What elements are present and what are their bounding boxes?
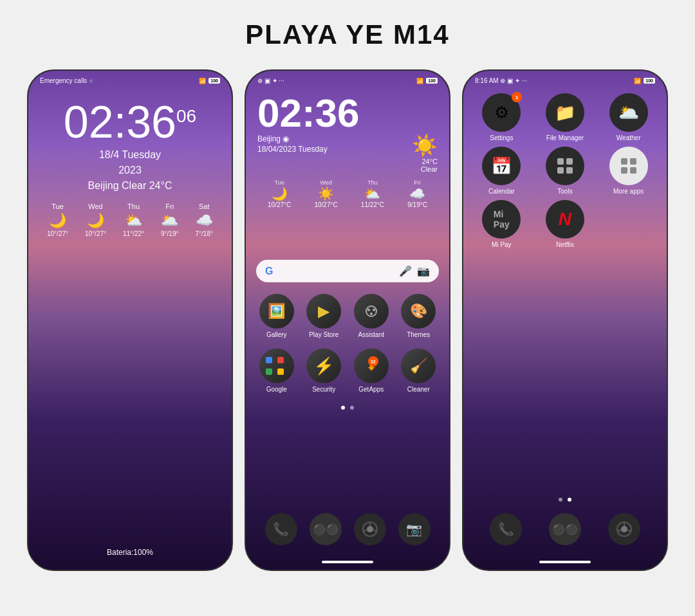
lens-icon[interactable]: 📷 <box>417 265 430 277</box>
app-grid-row1: 🖼️ Gallery ▶ Play Store Assistant 🎨 Them… <box>246 289 449 343</box>
lock-weather: Tue 🌙 10°/27° Wed 🌙 10°/27° Thu ⛅ 11°/22… <box>28 194 232 237</box>
battery-1: 100 <box>208 78 220 84</box>
svg-rect-12 <box>566 167 573 174</box>
svg-rect-13 <box>621 158 627 165</box>
app-cleaner[interactable]: 🧹 Cleaner <box>397 349 441 393</box>
nav-bar-2 <box>322 561 373 563</box>
dock-chrome[interactable] <box>354 513 386 545</box>
camera-dock-icon[interactable]: 📷 <box>398 513 431 545</box>
google-label: Google <box>266 386 287 393</box>
drawer-grid: ⚙ 1 Settings 📁 File Manager 🌥️ Weather 📅… <box>463 87 667 255</box>
security-icon[interactable]: ⚡ <box>306 349 341 383</box>
phones-container: Emergency calls ○ 📶 100 02:3606 18/4 Tue… <box>13 69 682 571</box>
forecast-1: Tue 🌙 10/27°C <box>268 179 291 208</box>
gallery-icon[interactable]: 🖼️ <box>259 294 294 329</box>
phone-dock-3-icon[interactable]: 📞 <box>490 513 522 545</box>
home-weather-right: ☀️ 24°C Clear <box>412 133 438 173</box>
mipay-label: Mi Pay <box>492 241 512 248</box>
mipay-icon[interactable]: MiPay <box>482 200 521 239</box>
calendar-icon[interactable]: 📅 <box>482 147 521 185</box>
chrome-dock-3-icon[interactable] <box>608 513 640 545</box>
filemanager-icon[interactable]: 📁 <box>546 93 584 132</box>
dot-2 <box>350 406 354 410</box>
home-clock-sub: Beijing ◉ 18/04/2023 Tuesday ☀️ 24°C Cle… <box>246 133 449 173</box>
weather-icon[interactable]: 🌥️ <box>609 93 648 132</box>
tools-icon[interactable] <box>546 147 584 185</box>
drawer-tools[interactable]: Tools <box>536 147 595 195</box>
phone-lockscreen: Emergency calls ○ 📶 100 02:3606 18/4 Tue… <box>27 69 233 571</box>
app-getapps[interactable]: ⬇ 32 GetApps <box>349 349 393 393</box>
weather-day-5: Sat ☁️ 7°/18° <box>195 203 212 237</box>
cleaner-icon[interactable]: 🧹 <box>401 349 436 383</box>
assistant-icon[interactable] <box>354 294 389 329</box>
voicemail-dock-3-icon[interactable]: ⚫⚫ <box>549 513 581 545</box>
svg-point-18 <box>621 526 627 532</box>
status-bar-3: 8:16 AM ⊕ ▣ ✦ ··· 📶 100 <box>463 71 667 87</box>
home-clock: 02:36 <box>246 87 449 133</box>
status-left-3: 8:16 AM ⊕ ▣ ✦ ··· <box>475 77 527 84</box>
page-dots-2 <box>246 398 449 415</box>
forecast-3: Thu ⛅ 11/22°C <box>361 179 384 208</box>
security-label: Security <box>312 386 335 393</box>
page-title: PLAYA YE M14 <box>245 19 449 50</box>
search-bar[interactable]: G 🎤 📷 <box>256 260 439 282</box>
weather-label: Weather <box>616 134 641 141</box>
dot-1 <box>341 406 345 410</box>
dock-3-chrome[interactable] <box>608 513 640 545</box>
drawer-mipay[interactable]: MiPay Mi Pay <box>472 200 531 248</box>
svg-rect-14 <box>630 158 636 165</box>
dock-voicemail[interactable]: ⚫⚫ <box>310 513 342 545</box>
svg-rect-9 <box>557 158 564 165</box>
status-left-1: Emergency calls ○ <box>40 77 93 84</box>
drawer-settings[interactable]: ⚙ 1 Settings <box>472 93 531 141</box>
netflix-icon[interactable]: N <box>546 200 584 239</box>
mic-icon[interactable]: 🎤 <box>399 265 412 277</box>
cleaner-label: Cleaner <box>407 386 430 393</box>
svg-rect-10 <box>566 158 573 165</box>
status-bar-1: Emergency calls ○ 📶 100 <box>28 71 232 87</box>
dock-phone[interactable]: 📞 <box>265 513 297 545</box>
themes-icon[interactable]: 🎨 <box>401 294 436 329</box>
dock-3-voicemail[interactable]: ⚫⚫ <box>549 513 581 545</box>
drawer-netflix[interactable]: N Netflix <box>536 200 595 248</box>
battery-status: Bateria:100% <box>28 548 232 557</box>
svg-rect-11 <box>557 167 564 174</box>
home-location: Beijing ◉ <box>257 134 328 143</box>
signal-icon-3: 📶 <box>634 78 641 84</box>
getapps-icon[interactable]: ⬇ 32 <box>354 349 389 383</box>
dock-camera[interactable]: 📷 <box>398 513 431 545</box>
phone-dock-icon[interactable]: 📞 <box>265 513 297 545</box>
phone-appdrawer: 8:16 AM ⊕ ▣ ✦ ··· 📶 100 ⚙ 1 Settings 📁 F… <box>462 69 668 571</box>
dot-3-2 <box>568 498 571 502</box>
app-themes[interactable]: 🎨 Themes <box>397 294 441 338</box>
moreapps-label: More apps <box>613 188 644 195</box>
playstore-icon[interactable]: ▶ <box>306 294 341 329</box>
app-gallery[interactable]: 🖼️ Gallery <box>255 294 299 338</box>
themes-label: Themes <box>407 331 430 338</box>
status-right-1: 📶 100 <box>199 78 220 84</box>
moreapps-icon[interactable] <box>609 147 648 185</box>
drawer-filemanager[interactable]: 📁 File Manager <box>536 93 595 141</box>
app-playstore[interactable]: ▶ Play Store <box>302 294 346 338</box>
drawer-moreapps[interactable]: More apps <box>599 147 658 195</box>
voicemail-dock-icon[interactable]: ⚫⚫ <box>310 513 342 545</box>
app-google[interactable]: Google <box>255 349 299 393</box>
drawer-calendar[interactable]: 📅 Calendar <box>472 147 531 195</box>
drawer-weather[interactable]: 🌥️ Weather <box>599 93 658 141</box>
weather-day-1: Tue 🌙 10°/27° <box>47 203 68 237</box>
app-assistant[interactable]: Assistant <box>349 294 393 338</box>
svg-point-1 <box>367 309 370 311</box>
status-bar-2: ⊕ ▣ ✦ ··· 📶 100 <box>246 71 449 87</box>
dock-3-phone[interactable]: 📞 <box>490 513 522 545</box>
chrome-dock-icon[interactable] <box>354 513 386 545</box>
svg-point-2 <box>373 309 375 311</box>
forecast-4: Fri ☁️ 9/19°C <box>407 179 427 208</box>
svg-point-3 <box>370 313 373 315</box>
google-icon[interactable] <box>259 349 294 383</box>
svg-rect-16 <box>630 167 636 174</box>
filemanager-label: File Manager <box>546 134 584 141</box>
app-security[interactable]: ⚡ Security <box>302 349 346 393</box>
tools-label: Tools <box>557 188 572 195</box>
assistant-label: Assistant <box>358 331 384 338</box>
settings-icon[interactable]: ⚙ 1 <box>482 93 521 132</box>
